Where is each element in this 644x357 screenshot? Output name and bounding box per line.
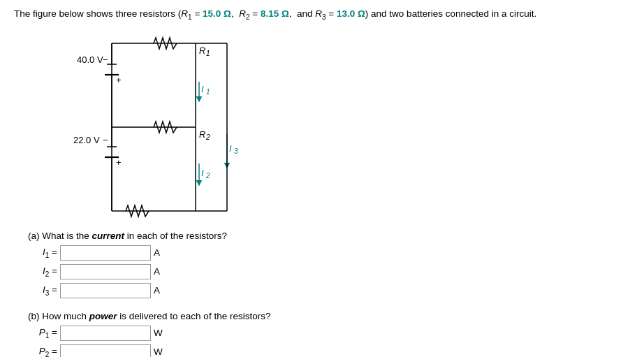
i2-unit: A bbox=[154, 266, 160, 277]
question-b-label: (b) How much power is delivered to each … bbox=[28, 311, 630, 321]
svg-text:2: 2 bbox=[205, 172, 210, 180]
svg-text:I: I bbox=[229, 143, 232, 154]
circuit-diagram: 40.0 V − + 22.0 V − + R 1 I 1 R 2 I 2 bbox=[56, 29, 279, 218]
header-description: The figure below shows three resistors (… bbox=[14, 7, 630, 22]
svg-text:1: 1 bbox=[206, 88, 210, 96]
svg-text:22.0 V: 22.0 V bbox=[73, 135, 100, 145]
question-a-label: (a) What is the current in each of the r… bbox=[28, 231, 630, 241]
svg-text:I: I bbox=[201, 168, 204, 178]
svg-text:I: I bbox=[201, 84, 204, 94]
svg-text:R: R bbox=[136, 217, 142, 218]
svg-text:3: 3 bbox=[234, 147, 238, 155]
questions-section: (a) What is the current in each of the r… bbox=[28, 231, 630, 357]
i2-label: I2 = bbox=[28, 265, 57, 278]
svg-text:+: + bbox=[116, 157, 122, 168]
i1-input[interactable] bbox=[60, 245, 151, 261]
i3-label: I3 = bbox=[28, 284, 57, 297]
svg-text:40.0 V: 40.0 V bbox=[77, 54, 103, 65]
svg-text:+: + bbox=[116, 75, 122, 85]
question-b-block: (b) How much power is delivered to each … bbox=[28, 311, 630, 357]
p1-row: P1 = W bbox=[28, 326, 630, 341]
i2-input[interactable] bbox=[60, 264, 151, 279]
p2-unit: W bbox=[154, 347, 163, 357]
i1-row: I1 = A bbox=[28, 245, 630, 261]
svg-text:2: 2 bbox=[205, 133, 210, 141]
p2-row: P2 = W bbox=[28, 344, 630, 357]
p2-label: P2 = bbox=[28, 346, 57, 357]
svg-text:R: R bbox=[199, 45, 205, 56]
i3-unit: A bbox=[154, 285, 160, 296]
i2-row: I2 = A bbox=[28, 264, 630, 279]
question-b-keyword: power bbox=[89, 311, 117, 321]
i3-row: I3 = A bbox=[28, 283, 630, 298]
p2-input[interactable] bbox=[60, 344, 151, 357]
p1-label: P1 = bbox=[28, 327, 57, 340]
i1-unit: A bbox=[154, 247, 160, 258]
p1-unit: W bbox=[154, 328, 163, 338]
question-a-keyword: current bbox=[92, 231, 125, 241]
svg-text:1: 1 bbox=[206, 50, 210, 57]
i3-input[interactable] bbox=[60, 283, 151, 298]
svg-text:−: − bbox=[103, 54, 108, 65]
svg-text:−: − bbox=[103, 135, 108, 145]
i1-label: I1 = bbox=[28, 247, 57, 259]
svg-text:R: R bbox=[199, 129, 205, 140]
p1-input[interactable] bbox=[60, 326, 151, 341]
question-a-block: (a) What is the current in each of the r… bbox=[28, 231, 630, 298]
